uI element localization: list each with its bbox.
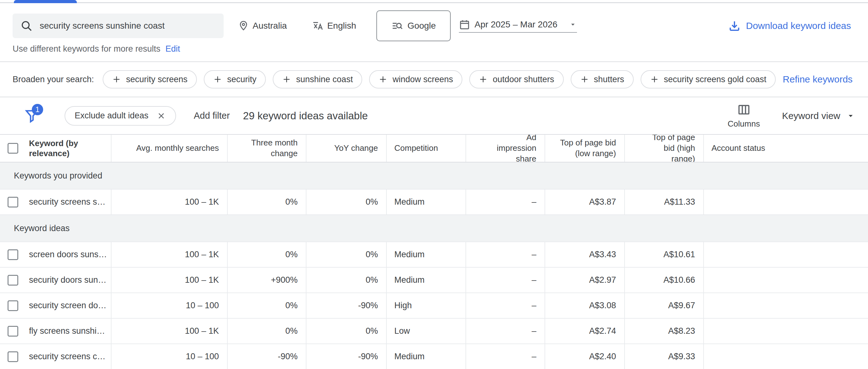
download-keyword-ideas-button[interactable]: Download keyword ideas xyxy=(728,20,851,32)
header-competition[interactable]: Competition xyxy=(387,135,466,162)
tab-strip xyxy=(0,0,868,3)
plus-icon xyxy=(580,75,589,84)
plus-icon xyxy=(112,75,121,84)
row-checkbox[interactable] xyxy=(7,351,18,362)
yoy-change: -90% xyxy=(306,293,387,318)
row-checkbox[interactable] xyxy=(7,275,18,285)
close-icon[interactable] xyxy=(157,111,166,121)
competition: Low xyxy=(387,319,466,343)
three-month-change: 0% xyxy=(228,293,306,318)
top-of-page-bid-low: A$3.87 xyxy=(545,189,625,214)
chip-label: security xyxy=(227,74,256,84)
location-value: Australia xyxy=(253,21,287,31)
date-range-selector[interactable]: Apr 2025 – Mar 2026 xyxy=(459,19,577,33)
search-network-icon xyxy=(391,20,403,32)
row-checkbox[interactable] xyxy=(7,197,18,208)
plus-icon xyxy=(378,75,388,84)
network-selector[interactable]: Google xyxy=(376,10,451,41)
yoy-change: -90% xyxy=(306,344,387,369)
section-keywords-you-provided: Keywords you provided xyxy=(0,162,868,189)
search-value: security screens sunshine coast xyxy=(40,21,165,31)
yoy-change: 0% xyxy=(306,319,387,343)
yoy-change: 0% xyxy=(306,242,387,267)
header-yoy-change[interactable]: YoY change xyxy=(306,135,387,162)
plus-icon xyxy=(479,75,488,84)
search-settings-row: security screens sunshine coast Australi… xyxy=(12,3,851,40)
three-month-change: 0% xyxy=(228,189,306,214)
three-month-change: -90% xyxy=(228,344,306,369)
download-label: Download keyword ideas xyxy=(746,21,851,31)
header-ad-impression-share[interactable]: Ad impression share xyxy=(466,135,545,162)
search-icon xyxy=(20,20,33,32)
top-of-page-bid-high: A$11.33 xyxy=(625,189,704,214)
chip-label: shutters xyxy=(594,74,624,84)
header-account-status[interactable]: Account status xyxy=(704,135,868,162)
avg-monthly-searches: 10 – 100 xyxy=(112,344,228,369)
table-row: security doors sun… 100 – 1K +900% 0% Me… xyxy=(0,268,868,293)
exclude-adult-ideas-chip[interactable]: Exclude adult ideas xyxy=(65,106,176,126)
language-selector[interactable]: English xyxy=(312,20,356,31)
add-filter-button[interactable]: Add filter xyxy=(194,111,229,121)
yoy-change: 0% xyxy=(306,268,387,293)
keyword-text: security doors sun… xyxy=(29,275,106,285)
filter-chip-label: Exclude adult ideas xyxy=(75,111,148,121)
active-tab-indicator[interactable] xyxy=(14,0,77,3)
select-all-checkbox[interactable] xyxy=(7,143,18,154)
location-pin-icon xyxy=(238,21,249,31)
broaden-chip-security-screens[interactable]: security screens xyxy=(103,70,197,89)
filter-button[interactable]: 1 xyxy=(24,106,40,125)
broaden-chip-outdoor-shutters[interactable]: outdoor shutters xyxy=(469,70,563,89)
hint-text: Use different keywords for more results xyxy=(12,44,160,54)
header-top-of-page-bid-high[interactable]: Top of page bid (high range) xyxy=(625,135,704,162)
download-icon xyxy=(728,20,741,32)
account-status xyxy=(704,293,868,318)
top-of-page-bid-low: A$3.08 xyxy=(545,293,625,318)
keyword-text: screen doors suns… xyxy=(29,250,107,259)
header-three-month-change[interactable]: Three month change xyxy=(228,135,306,162)
hint-row: Use different keywords for more results … xyxy=(12,44,851,54)
broaden-chip-shutters[interactable]: shutters xyxy=(571,70,634,89)
account-status xyxy=(704,242,868,267)
calendar-icon xyxy=(459,19,470,30)
broaden-chip-security[interactable]: security xyxy=(204,70,266,89)
chip-label: security screens gold coast xyxy=(664,74,767,84)
row-checkbox[interactable] xyxy=(7,300,18,311)
table-row: security screens s… 100 – 1K 0% 0% Mediu… xyxy=(0,189,868,215)
avg-monthly-searches: 100 – 1K xyxy=(112,268,228,293)
broaden-chip-sunshine-coast[interactable]: sunshine coast xyxy=(273,70,362,89)
keyword-text: security screens c… xyxy=(29,352,105,362)
refine-keywords-link[interactable]: Refine keywords xyxy=(783,74,852,85)
chevron-down-icon xyxy=(846,111,856,121)
top-of-page-bid-low: A$2.40 xyxy=(545,344,625,369)
avg-monthly-searches: 10 – 100 xyxy=(112,293,228,318)
chip-label: window screens xyxy=(393,74,453,84)
row-checkbox[interactable] xyxy=(7,326,18,337)
account-status xyxy=(704,344,868,369)
competition: Medium xyxy=(387,268,466,293)
row-checkbox[interactable] xyxy=(7,249,18,260)
top-of-page-bid-high: A$10.66 xyxy=(625,268,704,293)
chip-label: outdoor shutters xyxy=(493,74,554,84)
top-of-page-bid-low: A$2.97 xyxy=(545,268,625,293)
keyword-planner-page: security screens sunshine coast Australi… xyxy=(0,0,868,369)
top-of-page-bid-low: A$2.74 xyxy=(545,319,625,343)
top-of-page-bid-high: A$9.33 xyxy=(625,344,704,369)
broaden-chip-security-screens-gold-coast[interactable]: security screens gold coast xyxy=(641,70,776,89)
avg-monthly-searches: 100 – 1K xyxy=(112,319,228,343)
keyword-search-input[interactable]: security screens sunshine coast xyxy=(12,13,224,38)
table-row: screen doors suns… 100 – 1K 0% 0% Medium… xyxy=(0,242,868,268)
ad-impression-share: – xyxy=(466,293,545,318)
section-keyword-ideas: Keyword ideas xyxy=(0,215,868,242)
header-avg-monthly-searches[interactable]: Avg. monthly searches xyxy=(112,135,228,162)
edit-keywords-link[interactable]: Edit xyxy=(165,44,180,54)
broaden-chip-window-screens[interactable]: window screens xyxy=(369,70,462,89)
plus-icon xyxy=(282,75,291,84)
header-keyword: Keyword (by relevance) xyxy=(0,135,112,162)
columns-button[interactable]: Columns xyxy=(727,103,760,129)
chevron-down-icon xyxy=(569,21,577,29)
header-top-of-page-bid-low[interactable]: Top of page bid (low range) xyxy=(545,135,625,162)
location-selector[interactable]: Australia xyxy=(238,21,287,31)
view-selector[interactable]: Keyword view xyxy=(782,111,856,121)
competition: Medium xyxy=(387,242,466,267)
plus-icon xyxy=(213,75,222,84)
